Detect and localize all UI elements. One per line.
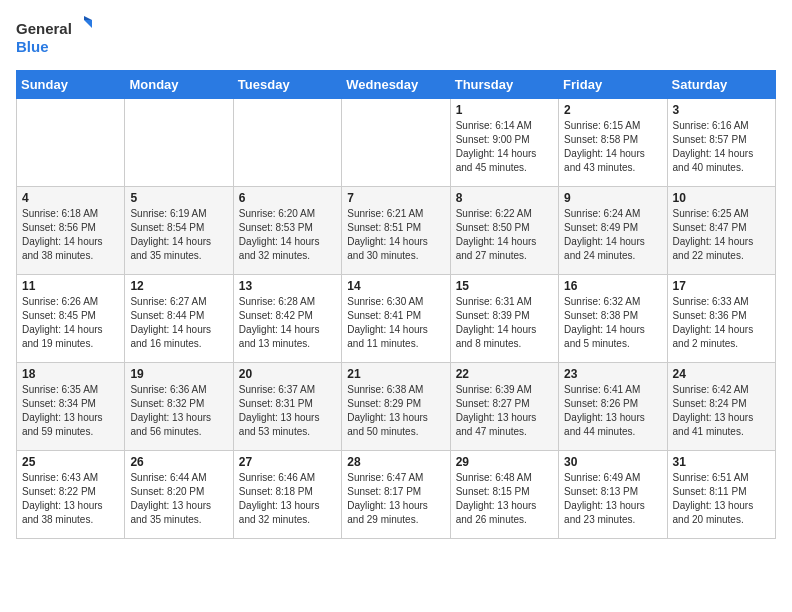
day-info: Sunrise: 6:39 AM Sunset: 8:27 PM Dayligh… bbox=[456, 383, 553, 439]
day-info: Sunrise: 6:27 AM Sunset: 8:44 PM Dayligh… bbox=[130, 295, 227, 351]
day-info: Sunrise: 6:25 AM Sunset: 8:47 PM Dayligh… bbox=[673, 207, 770, 263]
day-number: 27 bbox=[239, 455, 336, 469]
header-tuesday: Tuesday bbox=[233, 71, 341, 99]
header-monday: Monday bbox=[125, 71, 233, 99]
day-info: Sunrise: 6:37 AM Sunset: 8:31 PM Dayligh… bbox=[239, 383, 336, 439]
calendar-cell: 7Sunrise: 6:21 AM Sunset: 8:51 PM Daylig… bbox=[342, 187, 450, 275]
day-info: Sunrise: 6:36 AM Sunset: 8:32 PM Dayligh… bbox=[130, 383, 227, 439]
calendar-cell: 11Sunrise: 6:26 AM Sunset: 8:45 PM Dayli… bbox=[17, 275, 125, 363]
calendar-cell: 16Sunrise: 6:32 AM Sunset: 8:38 PM Dayli… bbox=[559, 275, 667, 363]
day-info: Sunrise: 6:16 AM Sunset: 8:57 PM Dayligh… bbox=[673, 119, 770, 175]
day-number: 7 bbox=[347, 191, 444, 205]
day-info: Sunrise: 6:19 AM Sunset: 8:54 PM Dayligh… bbox=[130, 207, 227, 263]
week-row-3: 18Sunrise: 6:35 AM Sunset: 8:34 PM Dayli… bbox=[17, 363, 776, 451]
calendar-cell: 26Sunrise: 6:44 AM Sunset: 8:20 PM Dayli… bbox=[125, 451, 233, 539]
week-row-4: 25Sunrise: 6:43 AM Sunset: 8:22 PM Dayli… bbox=[17, 451, 776, 539]
calendar-cell: 15Sunrise: 6:31 AM Sunset: 8:39 PM Dayli… bbox=[450, 275, 558, 363]
logo-svg: General Blue bbox=[16, 16, 96, 60]
calendar-cell: 18Sunrise: 6:35 AM Sunset: 8:34 PM Dayli… bbox=[17, 363, 125, 451]
day-info: Sunrise: 6:15 AM Sunset: 8:58 PM Dayligh… bbox=[564, 119, 661, 175]
day-number: 20 bbox=[239, 367, 336, 381]
calendar-cell: 23Sunrise: 6:41 AM Sunset: 8:26 PM Dayli… bbox=[559, 363, 667, 451]
calendar-cell: 27Sunrise: 6:46 AM Sunset: 8:18 PM Dayli… bbox=[233, 451, 341, 539]
calendar-cell: 4Sunrise: 6:18 AM Sunset: 8:56 PM Daylig… bbox=[17, 187, 125, 275]
header-saturday: Saturday bbox=[667, 71, 775, 99]
svg-marker-3 bbox=[84, 16, 92, 20]
calendar-cell: 19Sunrise: 6:36 AM Sunset: 8:32 PM Dayli… bbox=[125, 363, 233, 451]
day-info: Sunrise: 6:21 AM Sunset: 8:51 PM Dayligh… bbox=[347, 207, 444, 263]
day-number: 22 bbox=[456, 367, 553, 381]
calendar-cell: 14Sunrise: 6:30 AM Sunset: 8:41 PM Dayli… bbox=[342, 275, 450, 363]
day-number: 10 bbox=[673, 191, 770, 205]
calendar-table: SundayMondayTuesdayWednesdayThursdayFrid… bbox=[16, 70, 776, 539]
svg-text:General: General bbox=[16, 20, 72, 37]
day-info: Sunrise: 6:33 AM Sunset: 8:36 PM Dayligh… bbox=[673, 295, 770, 351]
calendar-cell: 29Sunrise: 6:48 AM Sunset: 8:15 PM Dayli… bbox=[450, 451, 558, 539]
week-row-0: 1Sunrise: 6:14 AM Sunset: 9:00 PM Daylig… bbox=[17, 99, 776, 187]
calendar-cell: 2Sunrise: 6:15 AM Sunset: 8:58 PM Daylig… bbox=[559, 99, 667, 187]
svg-text:Blue: Blue bbox=[16, 38, 49, 55]
day-number: 15 bbox=[456, 279, 553, 293]
day-number: 17 bbox=[673, 279, 770, 293]
calendar-cell: 9Sunrise: 6:24 AM Sunset: 8:49 PM Daylig… bbox=[559, 187, 667, 275]
day-number: 9 bbox=[564, 191, 661, 205]
day-number: 2 bbox=[564, 103, 661, 117]
svg-marker-2 bbox=[84, 20, 92, 28]
day-info: Sunrise: 6:41 AM Sunset: 8:26 PM Dayligh… bbox=[564, 383, 661, 439]
day-number: 16 bbox=[564, 279, 661, 293]
day-number: 11 bbox=[22, 279, 119, 293]
day-info: Sunrise: 6:38 AM Sunset: 8:29 PM Dayligh… bbox=[347, 383, 444, 439]
day-info: Sunrise: 6:22 AM Sunset: 8:50 PM Dayligh… bbox=[456, 207, 553, 263]
day-number: 21 bbox=[347, 367, 444, 381]
day-number: 25 bbox=[22, 455, 119, 469]
calendar-header-row: SundayMondayTuesdayWednesdayThursdayFrid… bbox=[17, 71, 776, 99]
calendar-cell: 17Sunrise: 6:33 AM Sunset: 8:36 PM Dayli… bbox=[667, 275, 775, 363]
calendar-cell: 28Sunrise: 6:47 AM Sunset: 8:17 PM Dayli… bbox=[342, 451, 450, 539]
calendar-cell: 8Sunrise: 6:22 AM Sunset: 8:50 PM Daylig… bbox=[450, 187, 558, 275]
day-info: Sunrise: 6:24 AM Sunset: 8:49 PM Dayligh… bbox=[564, 207, 661, 263]
header-wednesday: Wednesday bbox=[342, 71, 450, 99]
header-sunday: Sunday bbox=[17, 71, 125, 99]
calendar-cell bbox=[233, 99, 341, 187]
calendar-cell: 10Sunrise: 6:25 AM Sunset: 8:47 PM Dayli… bbox=[667, 187, 775, 275]
day-number: 23 bbox=[564, 367, 661, 381]
week-row-1: 4Sunrise: 6:18 AM Sunset: 8:56 PM Daylig… bbox=[17, 187, 776, 275]
day-info: Sunrise: 6:28 AM Sunset: 8:42 PM Dayligh… bbox=[239, 295, 336, 351]
day-info: Sunrise: 6:14 AM Sunset: 9:00 PM Dayligh… bbox=[456, 119, 553, 175]
day-info: Sunrise: 6:30 AM Sunset: 8:41 PM Dayligh… bbox=[347, 295, 444, 351]
logo: General Blue bbox=[16, 16, 96, 60]
day-number: 12 bbox=[130, 279, 227, 293]
calendar-cell: 6Sunrise: 6:20 AM Sunset: 8:53 PM Daylig… bbox=[233, 187, 341, 275]
day-number: 3 bbox=[673, 103, 770, 117]
day-number: 4 bbox=[22, 191, 119, 205]
week-row-2: 11Sunrise: 6:26 AM Sunset: 8:45 PM Dayli… bbox=[17, 275, 776, 363]
day-info: Sunrise: 6:43 AM Sunset: 8:22 PM Dayligh… bbox=[22, 471, 119, 527]
day-info: Sunrise: 6:32 AM Sunset: 8:38 PM Dayligh… bbox=[564, 295, 661, 351]
day-info: Sunrise: 6:48 AM Sunset: 8:15 PM Dayligh… bbox=[456, 471, 553, 527]
calendar-cell: 30Sunrise: 6:49 AM Sunset: 8:13 PM Dayli… bbox=[559, 451, 667, 539]
day-info: Sunrise: 6:49 AM Sunset: 8:13 PM Dayligh… bbox=[564, 471, 661, 527]
day-info: Sunrise: 6:44 AM Sunset: 8:20 PM Dayligh… bbox=[130, 471, 227, 527]
calendar-cell: 3Sunrise: 6:16 AM Sunset: 8:57 PM Daylig… bbox=[667, 99, 775, 187]
day-number: 30 bbox=[564, 455, 661, 469]
calendar-cell bbox=[17, 99, 125, 187]
day-number: 8 bbox=[456, 191, 553, 205]
day-info: Sunrise: 6:31 AM Sunset: 8:39 PM Dayligh… bbox=[456, 295, 553, 351]
day-number: 18 bbox=[22, 367, 119, 381]
calendar-cell: 21Sunrise: 6:38 AM Sunset: 8:29 PM Dayli… bbox=[342, 363, 450, 451]
day-number: 6 bbox=[239, 191, 336, 205]
header-thursday: Thursday bbox=[450, 71, 558, 99]
day-info: Sunrise: 6:46 AM Sunset: 8:18 PM Dayligh… bbox=[239, 471, 336, 527]
day-info: Sunrise: 6:35 AM Sunset: 8:34 PM Dayligh… bbox=[22, 383, 119, 439]
calendar-cell: 24Sunrise: 6:42 AM Sunset: 8:24 PM Dayli… bbox=[667, 363, 775, 451]
page-header: General Blue bbox=[16, 16, 776, 60]
calendar-cell: 20Sunrise: 6:37 AM Sunset: 8:31 PM Dayli… bbox=[233, 363, 341, 451]
calendar-cell bbox=[342, 99, 450, 187]
day-number: 24 bbox=[673, 367, 770, 381]
header-friday: Friday bbox=[559, 71, 667, 99]
calendar-cell: 1Sunrise: 6:14 AM Sunset: 9:00 PM Daylig… bbox=[450, 99, 558, 187]
calendar-cell: 22Sunrise: 6:39 AM Sunset: 8:27 PM Dayli… bbox=[450, 363, 558, 451]
day-number: 28 bbox=[347, 455, 444, 469]
day-info: Sunrise: 6:51 AM Sunset: 8:11 PM Dayligh… bbox=[673, 471, 770, 527]
day-number: 14 bbox=[347, 279, 444, 293]
